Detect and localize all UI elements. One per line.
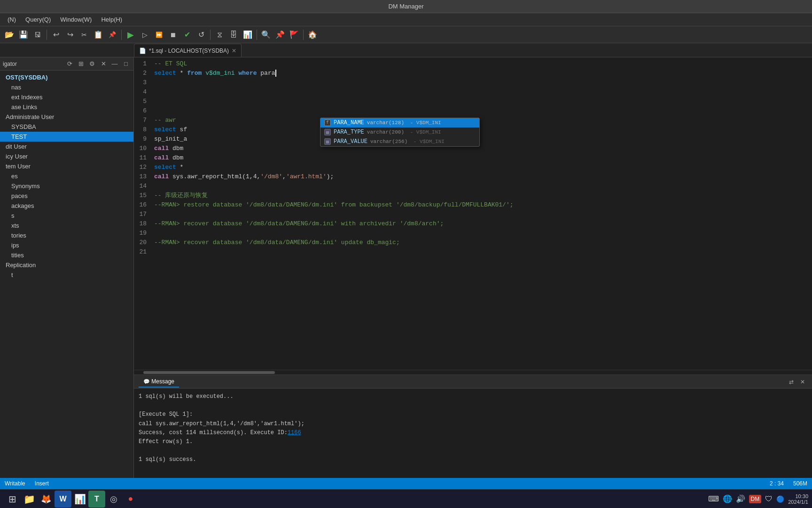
msg-expand-button[interactable]: ⇄ <box>787 377 796 387</box>
message-tab[interactable]: 💬 Message <box>139 376 179 388</box>
nav-item-nas[interactable]: nas <box>0 82 133 92</box>
autocomplete-dropdown[interactable]: f PARA_NAME varchar(128) - V$DM_INI ▤ PA… <box>320 118 480 147</box>
db-button[interactable]: 🗄 <box>227 28 240 41</box>
nav-minimize-button[interactable]: — <box>110 59 119 69</box>
code-line-15: 15 -- 库级还原与恢复 <box>134 191 812 200</box>
msg-line-2 <box>139 401 807 410</box>
nav-item-txts[interactable]: xts <box>0 221 133 230</box>
flag-button[interactable]: 🚩 <box>288 28 301 41</box>
run-selected-button[interactable]: ⏩ <box>152 28 165 41</box>
nav-item-t[interactable]: t <box>0 270 133 280</box>
open-button[interactable]: 📂 <box>3 28 16 41</box>
nav-item-ips[interactable]: ips <box>0 240 133 250</box>
tab-bar: 📄 *1.sql - LOCALHOST(SYSDBA) ✕ <box>0 43 812 57</box>
rollback-button[interactable]: ↺ <box>195 28 208 41</box>
nav-section-replication[interactable]: Replication <box>0 260 133 270</box>
db2-button[interactable]: 📊 <box>241 28 254 41</box>
tab-close-button[interactable]: ✕ <box>232 48 236 54</box>
cut-button[interactable]: ✂ <box>78 28 91 41</box>
format-button[interactable]: ⧖ <box>213 28 226 41</box>
tab-icon: 📄 <box>139 48 146 54</box>
code-line-6: 6 <box>134 106 812 116</box>
ac-icon-3: ▤ <box>324 138 331 145</box>
taskbar-antivirus-icon[interactable]: 🛡 <box>765 495 773 503</box>
taskbar-firefox-button[interactable]: 🦊 <box>38 491 55 508</box>
nav-item-indexes[interactable]: ext Indexes <box>0 92 133 102</box>
search-button[interactable]: 🔍 <box>259 28 273 41</box>
taskbar-bluetooth-icon[interactable]: 🔵 <box>776 495 784 503</box>
nav-section-admin-user[interactable]: Administrate User <box>0 112 133 122</box>
commit-button[interactable]: ✔ <box>180 28 194 41</box>
ac-item-3[interactable]: ▤ PARA_VALUE varchar(256) - V$DM_INI <box>320 137 479 146</box>
code-editor[interactable]: 1 -- ET SQL 2 select * from v$dm_ini whe… <box>134 57 812 370</box>
run-button[interactable]: ▶ <box>124 28 137 41</box>
run-line-button[interactable]: ▷ <box>138 28 151 41</box>
taskbar-windows-button[interactable]: ⊞ <box>4 491 21 508</box>
code-line-19: 19 <box>134 229 812 238</box>
menu-file[interactable]: (N) <box>4 15 20 24</box>
editor-tab[interactable]: 📄 *1.sql - LOCALHOST(SYSDBA) ✕ <box>134 44 242 57</box>
code-line-20: 20 --RMAN> recover database '/dm8/data/D… <box>134 238 812 247</box>
nav-item-packages[interactable]: ackages <box>0 201 133 211</box>
main-layout: igator ⟳ ⊞ ⚙ ✕ — □ OST(SYSDBA) nas ext I… <box>0 57 812 478</box>
nav-close-button[interactable]: ✕ <box>99 59 108 69</box>
redo-button[interactable]: ↪ <box>63 28 77 41</box>
nav-options-button[interactable]: ⚙ <box>87 59 97 69</box>
nav-item-s[interactable]: s <box>0 211 133 221</box>
code-line-18: 18 --RMAN> recover database '/dm8/data/D… <box>134 219 812 229</box>
ac-source-2: - V$DM_INI <box>407 129 441 135</box>
home-button[interactable]: 🏠 <box>306 28 319 41</box>
execute-id-link[interactable]: 1166 <box>288 429 301 436</box>
nav-item-sysdba[interactable]: SYSDBA <box>0 122 133 132</box>
nav-item-links[interactable]: ase Links <box>0 102 133 112</box>
taskbar-dm-icon[interactable]: DM <box>749 495 762 503</box>
nav-maximize-button[interactable]: □ <box>121 59 131 69</box>
undo-button[interactable]: ↩ <box>49 28 62 41</box>
copy-button[interactable]: 📋 <box>92 28 105 41</box>
ac-item-1[interactable]: f PARA_NAME varchar(128) - V$DM_INI <box>320 118 479 127</box>
ac-type-1: varchar(128) <box>367 120 404 126</box>
nav-section-system-user[interactable]: tem User <box>0 161 133 171</box>
nav-connection[interactable]: OST(SYSDBA) <box>0 72 133 82</box>
taskbar-speaker-icon[interactable]: 🔊 <box>736 494 745 503</box>
stop-button[interactable]: ⏹ <box>166 28 180 41</box>
paste-button[interactable]: 📌 <box>106 28 119 41</box>
pin-button[interactable]: 📌 <box>273 28 287 41</box>
ac-icon-1: f <box>324 119 331 126</box>
nav-item-test[interactable]: TEST <box>0 132 133 142</box>
msg-line-8: 1 sql(s) success. <box>139 455 807 464</box>
horizontal-scrollbar[interactable] <box>134 370 812 374</box>
msg-line-6: Effect row(s) 1. <box>139 437 807 446</box>
taskbar-app6-button[interactable]: ● <box>122 491 139 508</box>
taskbar-keyboard-icon[interactable]: ⌨ <box>708 494 719 503</box>
ac-name-3: PARA_VALUE <box>334 138 367 145</box>
taskbar-calc-button[interactable]: 📊 <box>71 491 88 508</box>
nav-section-edit-user[interactable]: dit User <box>0 142 133 151</box>
taskbar-files-button[interactable]: 📁 <box>21 491 38 508</box>
ac-item-2[interactable]: ▤ PARA_TYPE varchar(200) - V$DM_INI <box>320 127 479 137</box>
nav-item-tities[interactable]: tities <box>0 250 133 260</box>
nav-item-es[interactable]: es <box>0 171 133 181</box>
toolbar-separator-3 <box>210 30 211 40</box>
nav-expand-button[interactable]: ⊞ <box>76 59 86 69</box>
nav-item-synonyms[interactable]: Synonyms <box>0 181 133 191</box>
scroll-thumb-horizontal[interactable] <box>143 371 275 374</box>
taskbar-app5-button[interactable]: ◎ <box>105 491 122 508</box>
msg-close-button[interactable]: ✕ <box>798 377 807 387</box>
ac-source-1: - V$DM_INI <box>407 120 441 126</box>
menu-window[interactable]: Window(W) <box>56 15 95 24</box>
nav-section-policy-user[interactable]: icy User <box>0 151 133 161</box>
taskbar-network-icon[interactable]: 🌐 <box>723 494 732 503</box>
menu-query[interactable]: Query(Q) <box>22 15 55 24</box>
toolbar: 📂 💾 🖫 ↩ ↪ ✂ 📋 📌 ▶ ▷ ⏩ ⏹ ✔ ↺ ⧖ 🗄 📊 🔍 📌 🚩 … <box>0 26 812 43</box>
taskbar-word-button[interactable]: W <box>55 491 71 508</box>
save-button[interactable]: 💾 <box>17 28 30 41</box>
menu-help[interactable]: Help(H) <box>97 15 126 24</box>
nav-item-tories[interactable]: tories <box>0 230 133 240</box>
toolbar-separator-4 <box>257 30 257 40</box>
nav-refresh-button[interactable]: ⟳ <box>65 59 74 69</box>
save-all-button[interactable]: 🖫 <box>31 28 44 41</box>
nav-item-spaces[interactable]: paces <box>0 191 133 201</box>
code-line-2: 2 select * from v$dm_ini where para <box>134 69 812 78</box>
taskbar-typora-button[interactable]: T <box>88 491 105 508</box>
